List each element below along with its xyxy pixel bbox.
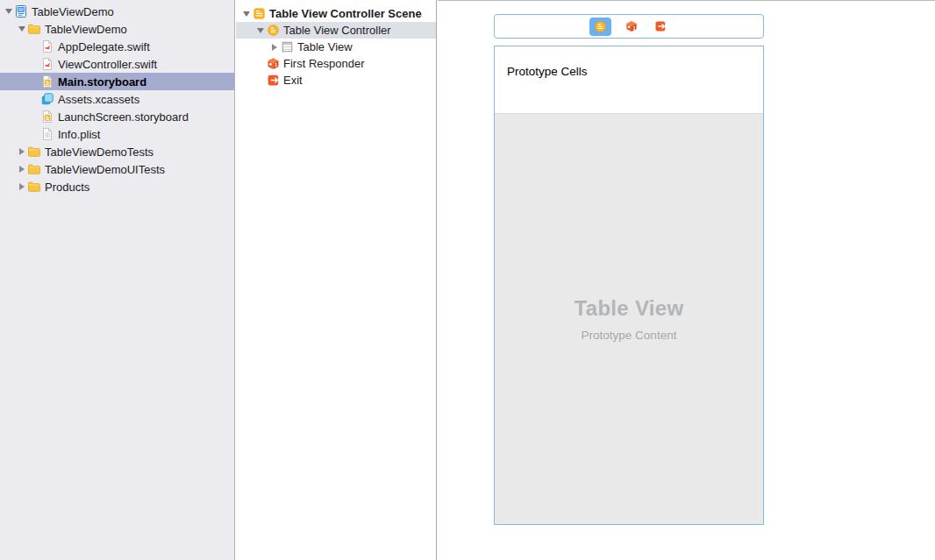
row-label: Products: [45, 181, 89, 194]
folder-icon: [27, 180, 41, 194]
disclosure-collapsed-icon[interactable]: [19, 166, 25, 173]
table-view-placeholder-area[interactable]: Table View Prototype Content: [495, 113, 763, 524]
storyboard-canvas[interactable]: 1 Prototype Cells Table View Prototype C…: [438, 0, 935, 560]
table-view-controller-frame[interactable]: Prototype Cells Table View Prototype Con…: [494, 46, 764, 525]
nav-item-assets-xcassets[interactable]: Assets.xcassets: [0, 90, 234, 108]
scene-icon: [252, 7, 266, 21]
disclosure-slot[interactable]: [241, 11, 252, 17]
view-controller-icon: [266, 24, 280, 38]
disclosure-expanded-icon[interactable]: [5, 9, 12, 14]
row-label: TableViewDemoUITests: [45, 163, 165, 176]
folder-icon: [27, 22, 41, 36]
row-label: Info.plist: [58, 128, 100, 141]
nav-item-launchscreen-storyboard[interactable]: LaunchScreen.storyboard: [0, 108, 234, 125]
disclosure-expanded-icon[interactable]: [18, 26, 25, 32]
folder-icon: [27, 145, 41, 159]
dock-view-controller-icon[interactable]: [589, 18, 611, 36]
nav-item-products[interactable]: Products: [0, 178, 234, 195]
dock-exit-icon[interactable]: [652, 19, 669, 33]
project-navigator: TableViewDemoTableViewDemoAppDelegate.sw…: [0, 0, 235, 560]
table-view-icon: [280, 40, 294, 54]
nav-item-info-plist[interactable]: Info.plist: [0, 125, 234, 143]
row-label: First Responder: [283, 57, 364, 70]
nav-item-tableviewdemo[interactable]: TableViewDemo: [0, 3, 234, 20]
row-label: LaunchScreen.storyboard: [58, 110, 189, 124]
folder-icon: [27, 162, 41, 176]
row-label: Exit: [283, 74, 303, 87]
disclosure-collapsed-icon[interactable]: [19, 148, 25, 155]
row-label: Table View Controller Scene: [269, 7, 422, 20]
storyboard-icon: [40, 74, 54, 89]
disclosure-collapsed-icon[interactable]: [19, 183, 25, 190]
nav-item-tableviewdemo[interactable]: TableViewDemo: [0, 20, 234, 38]
disclosure-slot[interactable]: [17, 183, 27, 190]
storyboard-icon: [40, 110, 54, 124]
disclosure-slot[interactable]: [269, 44, 280, 51]
disclosure-expanded-icon[interactable]: [257, 28, 264, 33]
table-view-placeholder-subtitle: Prototype Content: [582, 329, 677, 342]
dock-first-responder-icon[interactable]: 1: [623, 19, 640, 33]
nav-item-tableviewdemouitests[interactable]: TableViewDemoUITests: [0, 160, 234, 178]
swift-file-icon: [40, 57, 54, 71]
outline-item-table-view[interactable]: Table View: [236, 39, 436, 55]
disclosure-expanded-icon[interactable]: [243, 11, 250, 17]
prototype-cells-header[interactable]: Prototype Cells: [495, 46, 763, 113]
project-navigator-list: TableViewDemoTableViewDemoAppDelegate.sw…: [0, 3, 234, 195]
disclosure-slot[interactable]: [255, 28, 266, 33]
outline-item-table-view-controller[interactable]: Table View Controller: [236, 22, 436, 39]
row-label: Table View: [297, 40, 353, 53]
plist-icon: [40, 127, 54, 141]
row-label: TableViewDemoTests: [45, 145, 153, 159]
row-label: Table View Controller: [283, 24, 391, 37]
disclosure-slot[interactable]: [17, 148, 27, 155]
disclosure-slot[interactable]: [17, 26, 27, 32]
outline-item-table-view-controller-scene[interactable]: Table View Controller Scene: [236, 5, 436, 22]
project-icon: [14, 4, 28, 18]
disclosure-slot[interactable]: [4, 9, 14, 14]
disclosure-collapsed-icon[interactable]: [272, 44, 277, 51]
nav-item-viewcontroller-swift[interactable]: ViewController.swift: [0, 55, 234, 73]
xcassets-icon: [40, 92, 54, 106]
disclosure-slot[interactable]: [17, 166, 27, 173]
row-label: ViewController.swift: [58, 58, 157, 71]
prototype-cells-label: Prototype Cells: [507, 65, 588, 78]
svg-text:1: 1: [632, 25, 635, 31]
row-label: Assets.xcassets: [58, 93, 139, 106]
outline-item-first-responder[interactable]: 1First Responder: [236, 55, 436, 72]
row-label: AppDelegate.swift: [58, 40, 150, 53]
nav-item-main-storyboard[interactable]: Main.storyboard: [0, 73, 234, 90]
xcode-window: TableViewDemoTableViewDemoAppDelegate.sw…: [0, 0, 935, 560]
scene-dock: 1: [494, 14, 764, 39]
swift-file-icon: [40, 39, 54, 53]
row-label: Main.storyboard: [58, 75, 146, 89]
document-outline-list: Table View Controller SceneTable View Co…: [236, 5, 436, 89]
nav-item-tableviewdemotests[interactable]: TableViewDemoTests: [0, 143, 234, 160]
exit-icon: [266, 74, 280, 88]
outline-item-exit[interactable]: Exit: [236, 72, 436, 89]
document-outline: Table View Controller SceneTable View Co…: [236, 0, 437, 560]
nav-item-appdelegate-swift[interactable]: AppDelegate.swift: [0, 38, 234, 55]
row-label: TableViewDemo: [45, 23, 127, 36]
row-label: TableViewDemo: [32, 5, 114, 18]
table-view-placeholder-title: Table View: [575, 296, 684, 321]
first-responder-icon: 1: [266, 57, 280, 71]
